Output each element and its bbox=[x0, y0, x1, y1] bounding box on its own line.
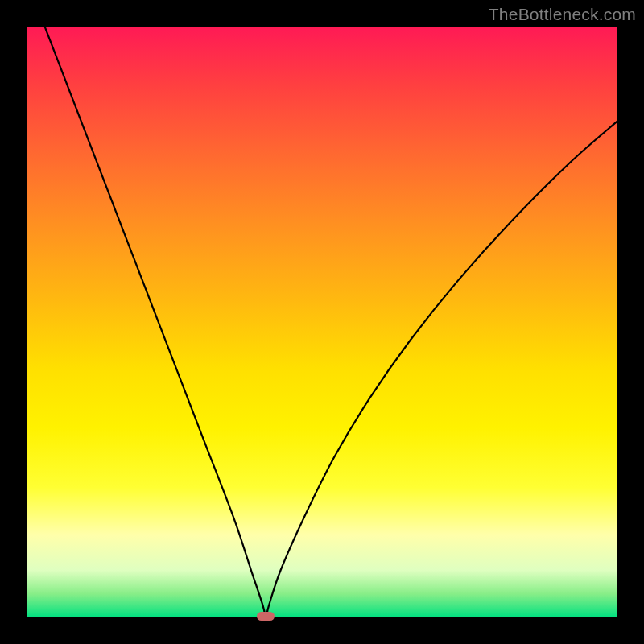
watermark-text: TheBottleneck.com bbox=[489, 5, 636, 24]
optimum-marker bbox=[257, 612, 275, 621]
bottleneck-chart bbox=[27, 27, 617, 617]
bottleneck-curve-line bbox=[27, 0, 617, 617]
